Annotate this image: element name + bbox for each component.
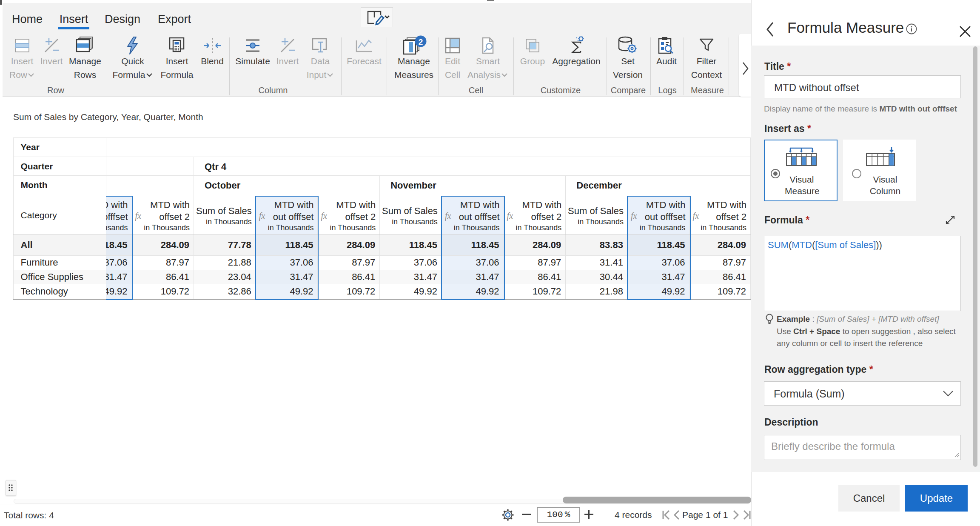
svg-text:2: 2 xyxy=(419,37,423,46)
